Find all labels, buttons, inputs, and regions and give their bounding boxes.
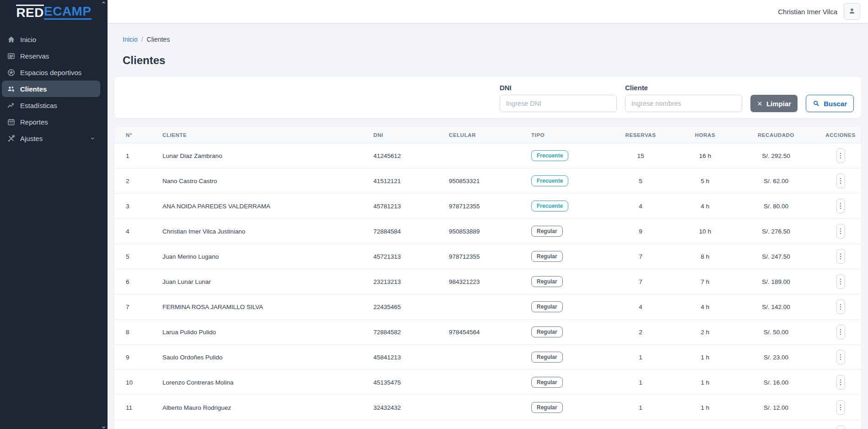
filter-group-cliente: Cliente [625, 84, 742, 112]
cell-numero: 5 [114, 244, 157, 269]
cell-horas: 4 h [678, 294, 732, 320]
cell-recaudado: S/. 23.00 [732, 345, 820, 370]
row-actions-button[interactable] [836, 174, 845, 188]
cell-horas: 8 h [678, 244, 732, 269]
table-row [114, 420, 861, 429]
sidebar-item-label: Ajustes [20, 135, 88, 142]
clients-table: N°CLIENTEDNICELULARTIPORESERVASHORASRECA… [114, 127, 861, 429]
chart-line-icon [6, 101, 16, 110]
row-actions-button[interactable] [836, 299, 845, 314]
column-header-cliente: CLIENTE [157, 127, 368, 143]
row-actions-button[interactable] [836, 350, 845, 364]
table-row: 4 Christian Imer Vilca Justiniano 728845… [114, 219, 861, 244]
cell-reservas: 1 [603, 370, 678, 395]
table-row: 3 ANA NOIDA PAREDES VALDERRAMA 45781213 … [114, 194, 861, 219]
row-actions-button[interactable] [836, 224, 845, 239]
breadcrumb-link-inicio[interactable]: Inicio [123, 36, 138, 43]
search-button[interactable]: Buscar [806, 95, 854, 112]
tipo-badge: Regular [531, 402, 563, 413]
users-icon [6, 84, 16, 93]
user-menu-button[interactable] [844, 3, 860, 20]
row-actions-button[interactable] [836, 249, 845, 264]
clear-button-label: Limpiar [766, 100, 791, 108]
sidebar-nav: Inicio Reservas Espacios deportivos Clie… [0, 31, 108, 147]
row-actions-button[interactable] [836, 148, 845, 163]
cliente-input[interactable] [625, 95, 742, 112]
cell-celular: 950853889 [443, 219, 526, 244]
cell-acciones [820, 395, 861, 420]
table-row: 2 Nano Castro Castro 41512121 950853321 … [114, 168, 861, 194]
table-row: 5 Juan Merino Lugano 45721313 978712355 … [114, 244, 861, 269]
chevron-down-icon[interactable] [101, 424, 107, 429]
sidebar-item-ajustes[interactable]: Ajustes [2, 130, 100, 147]
cell-recaudado [732, 420, 820, 429]
table-row: 6 Juan Lunar Lunar 23213213 984321223 Re… [114, 269, 861, 294]
sidebar-item-reservas[interactable]: Reservas [2, 48, 100, 64]
row-actions-button[interactable] [836, 425, 845, 429]
cell-tipo: Frecuente [526, 168, 603, 194]
sidebar: REDECAMP Inicio Reservas Espacios deport… [0, 0, 108, 429]
clear-button[interactable]: Limpiar [750, 95, 798, 112]
cell-cliente: ANA NOIDA PAREDES VALDERRAMA [157, 194, 368, 219]
chevron-up-icon[interactable] [101, 0, 107, 5]
soccer-ball-icon [6, 68, 16, 77]
tipo-badge: Frecuente [531, 150, 568, 161]
cell-tipo: Frecuente [526, 143, 603, 168]
tipo-badge: Regular [531, 226, 563, 237]
cell-horas: 1 h [678, 345, 732, 370]
cell-acciones [820, 269, 861, 294]
table-row: 10 Lorenzo Contreras Molina 45135475 Reg… [114, 370, 861, 395]
cell-acciones [820, 370, 861, 395]
tipo-badge: Regular [531, 301, 563, 312]
sidebar-item-espacios-deportivos[interactable]: Espacios deportivos [2, 64, 100, 81]
sidebar-item-label: Espacios deportivos [20, 69, 96, 76]
tipo-badge: Regular [531, 326, 563, 337]
main-area: Christian Imer Vilca Inicio / Clientes C… [108, 0, 868, 429]
user-name: Christian Imer Vilca [778, 8, 837, 16]
cell-recaudado: S/. 276.50 [732, 219, 820, 244]
row-actions-button[interactable] [836, 274, 845, 289]
column-header-tipo: TIPO [526, 127, 603, 143]
tipo-badge: Regular [531, 276, 563, 287]
cell-numero [114, 420, 157, 429]
sidebar-item-reportes[interactable]: Reportes [2, 114, 100, 130]
column-header-n: N° [114, 127, 157, 143]
tools-icon [6, 134, 16, 143]
cell-horas: 7 h [678, 269, 732, 294]
cell-dni: 23213213 [368, 269, 443, 294]
sidebar-item-clientes[interactable]: Clientes [2, 81, 100, 97]
cell-tipo: Regular [526, 395, 603, 420]
tipo-badge: Regular [531, 352, 563, 363]
cell-acciones [820, 143, 861, 168]
sidebar-item-inicio[interactable]: Inicio [2, 31, 100, 48]
search-button-label: Buscar [824, 100, 847, 108]
list-icon [6, 51, 16, 60]
cell-recaudado: S/. 247.50 [732, 244, 820, 269]
row-actions-button[interactable] [836, 375, 845, 390]
dni-input[interactable] [500, 95, 617, 112]
tipo-badge: Frecuente [531, 175, 568, 186]
row-actions-button[interactable] [836, 199, 845, 213]
cell-numero: 4 [114, 219, 157, 244]
cell-horas: 10 h [678, 219, 732, 244]
sidebar-item-label: Reportes [20, 118, 96, 126]
cell-numero: 6 [114, 269, 157, 294]
cell-recaudado: S/. 16.00 [732, 370, 820, 395]
cell-numero: 9 [114, 345, 157, 370]
column-header-reservas: RESERVAS [603, 127, 678, 143]
cell-cliente: Nano Castro Castro [157, 168, 368, 194]
cell-acciones [820, 244, 861, 269]
row-actions-button[interactable] [836, 400, 845, 415]
logo-text-red: RED [16, 5, 44, 20]
sidebar-item-estadisticas[interactable]: Estadísticas [2, 97, 100, 114]
cell-reservas: 1 [603, 395, 678, 420]
cell-dni: 45135475 [368, 370, 443, 395]
cell-dni: 41245612 [368, 143, 443, 168]
topbar: Christian Imer Vilca [108, 0, 868, 23]
cell-celular [443, 345, 526, 370]
cell-dni [368, 420, 443, 429]
cell-cliente: Lorenzo Contreras Molina [157, 370, 368, 395]
row-actions-button[interactable] [836, 325, 845, 339]
cell-horas: 5 h [678, 168, 732, 194]
x-icon [757, 101, 763, 107]
